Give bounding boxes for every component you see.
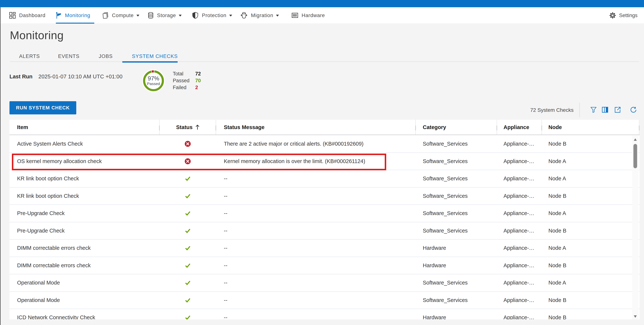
- tab-jobs[interactable]: JOBS: [99, 54, 113, 59]
- scroll-up-arrow-icon[interactable]: [634, 138, 637, 141]
- settings-button[interactable]: Settings: [609, 7, 638, 24]
- column-header-item[interactable]: Item: [17, 120, 28, 135]
- nav-item-protection[interactable]: Protection: [192, 7, 232, 24]
- table-row[interactable]: Operational Mode: [10, 274, 640, 292]
- cell-node: Node B: [548, 309, 630, 319]
- toolbar-separator: [580, 103, 580, 117]
- cell-node: Node B: [548, 135, 630, 152]
- column-separator[interactable]: [216, 120, 216, 135]
- nav-item-monitoring[interactable]: Monitoring: [56, 7, 90, 24]
- passed-status-icon: [185, 175, 191, 182]
- failed-value: 2: [195, 85, 198, 90]
- cell-status: [160, 205, 216, 222]
- table-row[interactable]: Pre-Upgrade Check: [10, 222, 640, 240]
- table-row[interactable]: OS kernel memory allocation check: [10, 153, 640, 170]
- chevron-down-icon: [136, 15, 140, 17]
- cell-status-message: --: [224, 274, 415, 291]
- cell-status: [160, 309, 216, 319]
- cell-status: [160, 222, 216, 239]
- active-nav-underline: [56, 23, 94, 24]
- table-row[interactable]: DIMM correctable errors check: [10, 240, 640, 257]
- run-system-check-button[interactable]: RUN SYSTEM CHECK: [10, 101, 76, 114]
- nav-item-dashboard[interactable]: Dashboard: [9, 7, 46, 24]
- table-row[interactable]: Pre-Upgrade Check: [10, 205, 640, 222]
- column-separator[interactable]: [415, 120, 416, 135]
- column-separator[interactable]: [639, 120, 639, 135]
- scroll-down-arrow-icon[interactable]: [634, 315, 637, 318]
- failed-status-icon: [185, 158, 191, 164]
- tab-alerts[interactable]: ALERTS: [19, 54, 40, 59]
- cell-category: Software_Services: [423, 274, 502, 291]
- failed-label: Failed: [173, 85, 186, 90]
- main-navbar: Dashboard Monitoring: [0, 7, 644, 24]
- column-separator[interactable]: [542, 120, 542, 135]
- filter-icon[interactable]: [590, 107, 597, 113]
- nav-item-compute[interactable]: Compute: [102, 7, 140, 24]
- column-separator[interactable]: [159, 120, 160, 135]
- cell-node: Node A: [548, 274, 630, 291]
- cell-status-message: --: [224, 257, 415, 274]
- donut-caption: Passed: [147, 82, 160, 86]
- nav-item-migration[interactable]: Migration: [240, 7, 279, 24]
- nav-item-hardware[interactable]: Hardware: [292, 7, 325, 24]
- export-icon[interactable]: [614, 107, 621, 113]
- refresh-icon[interactable]: [630, 107, 636, 113]
- table-row[interactable]: DIMM correctable errors check: [10, 257, 640, 274]
- system-checks-count: 72 System Checks: [530, 107, 574, 113]
- column-header-status[interactable]: Status: [176, 120, 200, 135]
- window-left-edge: [0, 7, 0, 325]
- cell-status: [160, 240, 216, 257]
- compute-icon: [102, 12, 108, 19]
- passed-value: 70: [195, 78, 201, 84]
- tab-system-checks[interactable]: SYSTEM CHECKS: [132, 54, 178, 59]
- sort-ascending-icon: [195, 124, 200, 130]
- cell-status: [160, 153, 216, 170]
- table-row[interactable]: Active System Alerts Check: [10, 135, 640, 153]
- passed-status-icon: [185, 193, 191, 199]
- vertical-scrollbar[interactable]: [632, 135, 638, 319]
- cell-appliance: Appliance-…: [504, 135, 548, 152]
- cell-category: Software_Services: [423, 292, 502, 309]
- failed-status-icon: [185, 141, 191, 147]
- cell-item: Active System Alerts Check: [17, 135, 160, 152]
- nav-item-storage[interactable]: Storage: [148, 7, 182, 24]
- table-row[interactable]: KR link boot option Check: [10, 188, 640, 205]
- table-row[interactable]: Operational Mode: [10, 292, 640, 309]
- columns-icon[interactable]: [602, 107, 608, 113]
- cell-node: Node B: [548, 222, 630, 239]
- cell-node: Node B: [548, 292, 630, 309]
- hardware-icon: [292, 12, 298, 19]
- migration-icon: [240, 12, 248, 19]
- column-separator[interactable]: [497, 120, 497, 135]
- cell-status: [160, 135, 216, 152]
- cell-appliance: Appliance-…: [504, 240, 548, 257]
- last-run-label: Last Run: [10, 74, 32, 80]
- column-header-status-message[interactable]: Status Message: [224, 120, 264, 135]
- cell-status-message: --: [224, 222, 415, 239]
- nav-label: Compute: [112, 13, 134, 18]
- scrollbar-thumb[interactable]: [634, 144, 637, 168]
- top-brand-bar: [0, 0, 644, 7]
- total-value: 72: [195, 71, 201, 77]
- cell-category: Software_Services: [423, 135, 502, 152]
- cell-appliance: Appliance-…: [504, 188, 548, 205]
- cell-status-message: Kernel memory allocation is over the lim…: [224, 153, 415, 170]
- cell-item: DIMM correctable errors check: [17, 257, 160, 274]
- column-header-node[interactable]: Node: [548, 120, 562, 135]
- cell-appliance: Appliance-…: [504, 292, 548, 309]
- table-row[interactable]: ICD Network Connectivity Check: [10, 309, 640, 319]
- shield-icon: [192, 12, 198, 19]
- cell-status: [160, 188, 216, 205]
- cell-category: Hardware: [423, 257, 502, 274]
- passed-status-icon: [185, 228, 191, 234]
- cell-node: Node B: [548, 257, 630, 274]
- page-title: Monitoring: [10, 29, 64, 42]
- cell-category: Software_Services: [423, 153, 502, 170]
- cell-status: [160, 292, 216, 309]
- table-row[interactable]: KR link boot option Check: [10, 170, 640, 188]
- column-header-appliance[interactable]: Appliance: [504, 120, 529, 135]
- cell-node: Node A: [548, 170, 630, 187]
- column-header-category[interactable]: Category: [423, 120, 446, 135]
- cell-appliance: Appliance-…: [504, 205, 548, 222]
- tab-events[interactable]: EVENTS: [58, 54, 80, 59]
